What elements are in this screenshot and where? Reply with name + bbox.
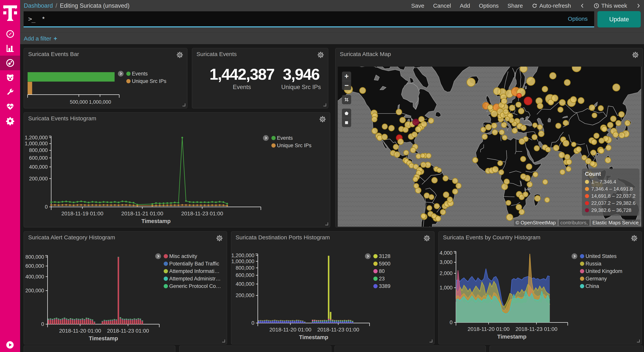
panel-resize-handle[interactable] bbox=[325, 223, 328, 225]
metric-value: 1,442,387 bbox=[210, 65, 274, 83]
panel-gear-icon[interactable] bbox=[632, 51, 639, 58]
panel-resize-handle[interactable] bbox=[323, 103, 326, 106]
page-title: Editing Suricata (unsaved) bbox=[60, 2, 130, 9]
options-button[interactable]: Options bbox=[479, 3, 498, 9]
breadcrumb-dashboard-link[interactable]: Dashboard bbox=[24, 2, 53, 9]
sidebar-item-tpot[interactable] bbox=[0, 70, 20, 85]
attack-map[interactable]: + − Count 1 – 7,346.47,346.4 – 14,691.81… bbox=[338, 67, 641, 227]
svg-text:800,000: 800,000 bbox=[29, 147, 48, 153]
svg-text:Unique Src IPs: Unique Src IPs bbox=[277, 143, 312, 148]
query-bar: >_ Options bbox=[24, 11, 594, 28]
sidebar-item-management[interactable] bbox=[0, 114, 20, 128]
dest-ports-chart[interactable]: 0200,000400,000600,000800,0001,000,0001,… bbox=[231, 232, 435, 346]
svg-text:Unique Src IPs: Unique Src IPs bbox=[132, 78, 166, 84]
svg-text:2018-11-23 01:00: 2018-11-23 01:00 bbox=[181, 211, 223, 217]
telekom-logo[interactable] bbox=[3, 5, 17, 21]
svg-text:400,000: 400,000 bbox=[236, 281, 254, 287]
zoom-in-button[interactable]: + bbox=[342, 72, 351, 81]
kibana-dashboard-app: Dashboard / Editing Suricata (unsaved) S… bbox=[0, 0, 644, 352]
map-attribution-text[interactable]: Elastic Maps Service bbox=[591, 220, 640, 226]
svg-text:Events: Events bbox=[277, 135, 293, 141]
panel-resize-handle[interactable] bbox=[637, 339, 640, 342]
svg-text:4,000: 4,000 bbox=[440, 250, 452, 256]
sidebar bbox=[0, 0, 20, 352]
legend-toggle-icon[interactable] bbox=[365, 253, 371, 259]
legend-toggle-icon[interactable] bbox=[118, 71, 124, 77]
metric-unique-src-ips: 3,946 Unique Src IPs bbox=[274, 65, 328, 91]
metric-value: 3,946 bbox=[274, 65, 328, 83]
svg-text:Attempted Administr…: Attempted Administr… bbox=[169, 276, 221, 282]
alert-category-chart[interactable]: 0200,000400,000600,000800,0002018-11-20 … bbox=[24, 232, 228, 346]
panel-suricata-events: Suricata Events 1,442,387 Events 3,946 U… bbox=[192, 48, 328, 108]
map-attribution-text: contributors, bbox=[559, 220, 590, 226]
sidebar-item-dashboard[interactable] bbox=[0, 56, 20, 70]
time-back-button[interactable] bbox=[580, 3, 585, 8]
panel-partial-4 bbox=[490, 345, 643, 352]
svg-text:3389: 3389 bbox=[379, 283, 390, 289]
legend-toggle-icon[interactable] bbox=[572, 253, 577, 259]
svg-text:1,000,000: 1,000,000 bbox=[25, 141, 48, 146]
heartbeat-icon bbox=[6, 102, 14, 111]
panel-gear-icon[interactable] bbox=[317, 51, 324, 58]
panel-suricata-destination-ports-histogram: Suricata Destination Ports Histogram 020… bbox=[231, 231, 434, 344]
top-nav-actions: Save Cancel Add Options Share Auto-refre… bbox=[411, 0, 641, 12]
svg-text:600,000: 600,000 bbox=[236, 272, 254, 278]
svg-text:Timestamp: Timestamp bbox=[299, 334, 328, 340]
sidebar-item-monitoring[interactable] bbox=[0, 99, 20, 114]
collapse-nav-button[interactable] bbox=[6, 340, 14, 349]
svg-text:200,000: 200,000 bbox=[25, 288, 44, 293]
panel-suricata-alert-category-histogram: Suricata Alert Category Histogram 0200,0… bbox=[24, 231, 227, 344]
map-legend-class: 22,037.2 – 29,382.6 bbox=[585, 200, 636, 207]
update-button[interactable]: Update bbox=[598, 11, 641, 28]
events-histogram-chart[interactable]: 0200,000400,000600,000800,0001,000,0001,… bbox=[24, 113, 330, 229]
sidebar-item-devtools[interactable] bbox=[0, 85, 20, 99]
svg-text:Potentially Bad Traffic: Potentially Bad Traffic bbox=[169, 261, 219, 267]
panel-resize-handle[interactable] bbox=[182, 103, 185, 106]
svg-text:China: China bbox=[586, 283, 599, 289]
metrics-row: 1,442,387 Events 3,946 Unique Src IPs bbox=[210, 65, 328, 91]
sidebar-item-discover[interactable] bbox=[0, 27, 20, 41]
draw-polygon-icon[interactable] bbox=[342, 109, 351, 118]
map-filter-control bbox=[342, 95, 351, 104]
panel-resize-handle[interactable] bbox=[222, 339, 225, 342]
chevron-right-icon bbox=[636, 3, 641, 8]
query-options-link[interactable]: Options bbox=[568, 16, 588, 22]
panel-partial-1 bbox=[24, 345, 176, 352]
query-input[interactable] bbox=[42, 15, 568, 23]
time-forward-button[interactable] bbox=[636, 3, 641, 8]
svg-text:2018-11-20 01:00: 2018-11-20 01:00 bbox=[468, 326, 510, 332]
add-filter-link[interactable]: Add a filter+ bbox=[24, 35, 57, 42]
save-button[interactable]: Save bbox=[411, 3, 424, 9]
map-attribution-text[interactable]: © OpenStreetMap bbox=[514, 220, 557, 226]
svg-text:Timestamp: Timestamp bbox=[497, 333, 526, 340]
svg-text:400,000: 400,000 bbox=[25, 274, 44, 280]
auto-refresh-button[interactable]: Auto-refresh bbox=[532, 3, 571, 9]
bounding-box-icon[interactable] bbox=[342, 95, 351, 104]
panel-resize-handle[interactable] bbox=[430, 339, 432, 342]
add-button[interactable]: Add bbox=[460, 3, 470, 9]
legend-toggle-icon[interactable] bbox=[155, 253, 161, 259]
dashboard-grid: Suricata Events Bar 500,0001,000,000Even… bbox=[20, 44, 644, 352]
panel-suricata-events-histogram: Suricata Events Histogram 0200,000400,00… bbox=[24, 112, 330, 227]
by-country-chart[interactable]: 01,0002,0003,0004,0002018-11-20 01:00201… bbox=[439, 232, 642, 346]
svg-text:1,000: 1,000 bbox=[440, 285, 452, 291]
compass-icon bbox=[6, 30, 14, 38]
sidebar-item-visualize[interactable] bbox=[0, 41, 20, 56]
share-button[interactable]: Share bbox=[508, 3, 523, 9]
svg-text:23: 23 bbox=[379, 276, 385, 282]
svg-text:2018-11-21 01:00: 2018-11-21 01:00 bbox=[121, 211, 163, 217]
legend-toggle-icon[interactable] bbox=[263, 135, 269, 141]
svg-text:2018-11-19 01:00: 2018-11-19 01:00 bbox=[61, 211, 103, 217]
time-range-button[interactable]: This week bbox=[594, 3, 627, 9]
svg-text:2018-11-20 01:00: 2018-11-20 01:00 bbox=[270, 327, 312, 333]
panel-suricata-events-bar: Suricata Events Bar 500,0001,000,000Even… bbox=[24, 48, 188, 108]
events-bar-chart[interactable]: 500,0001,000,000EventsUnique Src IPs bbox=[24, 48, 188, 110]
panel-resize-handle[interactable] bbox=[638, 223, 641, 225]
svg-text:800,000: 800,000 bbox=[236, 265, 254, 271]
draw-rectangle-icon[interactable] bbox=[342, 118, 351, 127]
zoom-out-button[interactable]: − bbox=[342, 81, 351, 90]
svg-text:United Kingdom: United Kingdom bbox=[586, 268, 622, 274]
panel-suricata-attack-map: Suricata Attack Map + − Count bbox=[335, 48, 643, 227]
cancel-button[interactable]: Cancel bbox=[433, 3, 451, 9]
svg-text:0: 0 bbox=[41, 321, 44, 327]
